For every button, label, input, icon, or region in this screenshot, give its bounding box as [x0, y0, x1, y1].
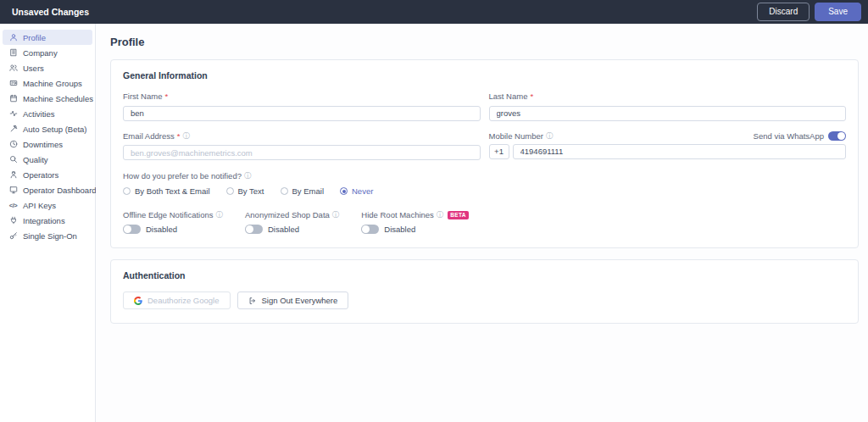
radio-by-text[interactable]: By Text	[226, 186, 264, 196]
sidebar-item-profile[interactable]: Profile	[3, 30, 92, 45]
anonymized-shop-data-toggle[interactable]	[245, 225, 263, 234]
sidebar-item-machine-schedules[interactable]: Machine Schedules	[3, 91, 92, 106]
required-marker: *	[177, 131, 181, 141]
radio-label: Never	[352, 186, 373, 196]
sidebar-item-users[interactable]: Users	[3, 60, 92, 75]
authentication-card: Authentication Deauthorize Google	[110, 259, 859, 324]
toggle-state-label: Disabled	[146, 225, 177, 234]
activity-icon	[8, 109, 18, 119]
radio-icon	[123, 187, 131, 195]
hide-root-machines-group: Hide Root Machines ⓘ BETA Disabled	[361, 210, 468, 234]
machine-icon	[8, 79, 18, 88]
sidebar-item-label: Company	[23, 48, 58, 58]
mobile-group: Mobile Number ⓘ Send via WhatsApp	[489, 131, 847, 161]
radio-label: By Text	[238, 186, 264, 196]
sidebar-item-api-keys[interactable]: </> API Keys	[3, 197, 92, 213]
users-icon	[8, 64, 18, 73]
sign-out-everywhere-label: Sign Out Everywhere	[262, 296, 338, 305]
radio-icon	[281, 187, 288, 195]
key-icon	[8, 231, 18, 241]
sign-out-icon	[248, 297, 257, 305]
topbar-actions: Discard Save	[757, 3, 861, 21]
info-icon: ⓘ	[437, 211, 444, 219]
sidebar-item-label: Profile	[23, 33, 46, 42]
sidebar-item-single-sign-on[interactable]: Single Sign-On	[3, 228, 92, 243]
info-icon: ⓘ	[182, 132, 190, 140]
hide-root-machines-toggle[interactable]	[361, 225, 379, 234]
sidebar-item-label: Activities	[23, 109, 54, 119]
email-field	[123, 145, 481, 160]
radio-icon	[226, 187, 234, 195]
general-information-card: General Information First Name * Last Na…	[110, 59, 859, 248]
operator-icon	[8, 170, 18, 180]
general-information-title: General Information	[123, 70, 846, 81]
sidebar-item-label: Single Sign-On	[23, 231, 77, 241]
sidebar-item-auto-setup[interactable]: Auto Setup (Beta)	[3, 121, 92, 136]
magnifier-icon	[8, 155, 18, 164]
last-name-field[interactable]	[489, 106, 847, 121]
code-icon: </>	[8, 201, 18, 210]
sidebar-item-operator-dashboard[interactable]: Operator Dashboard	[3, 182, 92, 197]
calendar-icon	[8, 94, 18, 103]
sidebar-item-machine-groups[interactable]: Machine Groups	[3, 75, 92, 91]
authentication-title: Authentication	[123, 270, 846, 280]
sidebar-item-label: Auto Setup (Beta)	[23, 125, 87, 134]
unsaved-changes-bar: Unsaved Changes Discard Save	[0, 0, 868, 24]
country-code-field[interactable]	[489, 144, 509, 159]
deauthorize-google-label: Deauthorize Google	[147, 296, 220, 305]
page-title: Profile	[110, 36, 859, 48]
email-label: Email Address	[123, 131, 175, 141]
first-name-field[interactable]	[123, 106, 481, 121]
sidebar-item-company[interactable]: Company	[3, 45, 92, 60]
email-group: Email Address * ⓘ	[123, 131, 481, 161]
radio-icon	[340, 187, 348, 195]
sidebar-item-activities[interactable]: Activities	[3, 106, 92, 121]
radio-never[interactable]: Never	[340, 186, 373, 196]
required-marker: *	[530, 92, 533, 101]
save-button[interactable]: Save	[815, 3, 861, 21]
required-marker: *	[164, 92, 168, 101]
info-icon: ⓘ	[216, 211, 224, 219]
radio-by-email[interactable]: By Email	[281, 186, 324, 196]
first-name-group: First Name *	[123, 92, 481, 121]
main-content: Profile General Information First Name *…	[96, 24, 868, 422]
first-name-label: First Name	[123, 92, 162, 101]
radio-by-both-text-email[interactable]: By Both Text & Email	[123, 186, 210, 196]
clock-icon	[8, 140, 18, 149]
discard-button[interactable]: Discard	[757, 3, 810, 21]
sidebar-item-integrations[interactable]: Integrations	[3, 213, 92, 228]
monitor-icon	[8, 186, 18, 195]
notify-preference-group: How do you prefer to be notified? ⓘ By B…	[123, 171, 846, 196]
sidebar-item-label: Integrations	[23, 216, 65, 225]
sidebar-item-quality[interactable]: Quality	[3, 152, 92, 167]
mobile-number-label: Mobile Number	[489, 131, 543, 141]
deauthorize-google-button[interactable]: Deauthorize Google	[123, 292, 231, 309]
radio-label: By Email	[292, 186, 324, 196]
last-name-label: Last Name	[489, 92, 528, 101]
sidebar-item-label: Quality	[23, 155, 48, 164]
info-icon: ⓘ	[244, 172, 252, 180]
offline-edge-notifications-toggle[interactable]	[123, 225, 141, 234]
sidebar-item-operators[interactable]: Operators	[3, 167, 92, 182]
sidebar-item-label: Downtimes	[23, 140, 63, 149]
plug-icon	[8, 216, 18, 225]
sidebar-item-downtimes[interactable]: Downtimes	[3, 136, 92, 152]
info-icon: ⓘ	[546, 132, 554, 140]
beta-badge: BETA	[448, 211, 468, 219]
radio-label: By Both Text & Email	[135, 186, 210, 196]
info-icon: ⓘ	[332, 211, 340, 219]
toggle-state-label: Disabled	[268, 225, 299, 234]
sidebar-item-label: Operator Dashboard	[23, 186, 97, 195]
whatsapp-toggle[interactable]	[828, 131, 846, 141]
sign-out-everywhere-button[interactable]: Sign Out Everywhere	[237, 292, 349, 309]
toggle-state-label: Disabled	[384, 225, 415, 234]
sidebar-item-label: Machine Groups	[23, 79, 82, 88]
sidebar-item-label: Users	[23, 64, 44, 73]
building-icon	[8, 48, 18, 58]
sidebar-item-label: Machine Schedules	[23, 94, 93, 103]
mobile-number-field[interactable]	[513, 144, 847, 159]
offline-edge-notifications-group: Offline Edge Notifications ⓘ Disabled	[123, 210, 223, 234]
anonymized-shop-data-label: Anonymized Shop Data	[245, 210, 330, 219]
magic-wand-icon	[8, 125, 18, 134]
google-logo-icon	[134, 297, 142, 305]
